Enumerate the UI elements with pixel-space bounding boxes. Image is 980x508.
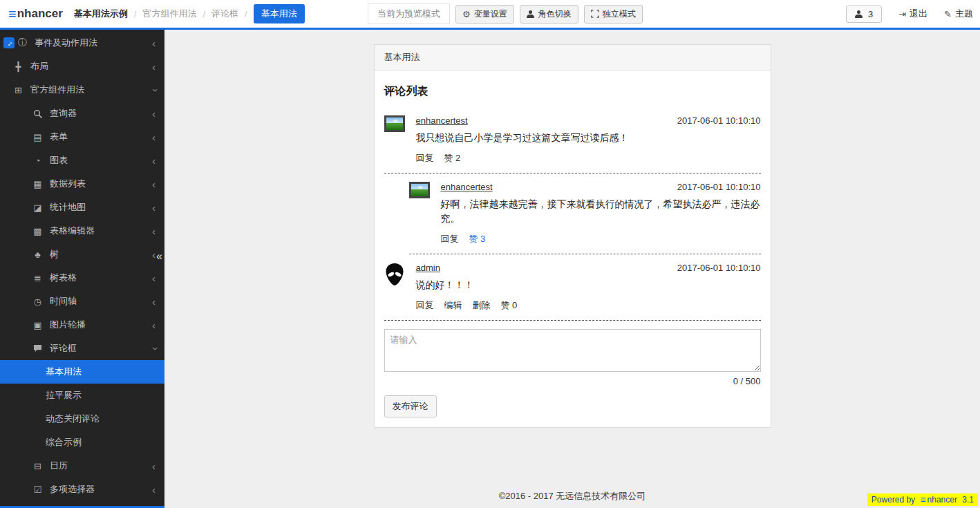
chevron-left-icon: ‹ bbox=[152, 62, 156, 72]
like-link[interactable]: 赞 3 bbox=[469, 233, 486, 245]
sidebar-item-label: 评论框 bbox=[50, 342, 77, 355]
breadcrumb-active-tab[interactable]: 基本用法 bbox=[254, 4, 305, 23]
tree-icon: ♣ bbox=[32, 250, 44, 260]
comment-text: 我只想说自己小学是学习过这篇文章写过读后感！ bbox=[416, 131, 761, 146]
breadcrumb-item[interactable]: 官方组件用法 bbox=[142, 8, 196, 20]
theme-label: 主题 bbox=[955, 8, 973, 20]
comment-text: 好啊，法律越来越完善，接下来就看执行的情况了，希望执法必严，违法必究。 bbox=[441, 197, 761, 227]
comment-text: 说的好！！！ bbox=[416, 278, 761, 293]
chevron-left-icon: ‹ bbox=[152, 38, 156, 48]
comment-main: enhancertest 2017-06-01 10:10:10 我只想说自己小… bbox=[416, 115, 761, 164]
table-icon: ▦ bbox=[32, 179, 44, 189]
panel-body: 评论列表 enhancertest 2017-06-01 10:10:10 我只… bbox=[375, 70, 771, 427]
sidebar-item-comment-box[interactable]: 评论框 ‹ bbox=[0, 337, 164, 360]
sidebar-item-data-list[interactable]: ▦ 数据列表 ‹ bbox=[0, 172, 164, 196]
logout-icon: ⇥ bbox=[898, 10, 906, 19]
brush-icon: ✎ bbox=[944, 10, 952, 19]
app-logo[interactable]: ≡nhancer bbox=[8, 7, 63, 21]
comment-main: enhancertest 2017-06-01 10:10:10 好啊，法律越来… bbox=[441, 182, 761, 245]
carousel-icon: ▣ bbox=[32, 320, 44, 330]
panel-header: 基本用法 bbox=[375, 45, 771, 70]
variable-settings-button[interactable]: ⚙ 变量设置 bbox=[455, 5, 514, 23]
sidebar-item-label: 表单 bbox=[50, 131, 68, 143]
nested-comment-wrapper: enhancertest 2017-06-01 10:10:10 好啊，法律越来… bbox=[409, 182, 761, 254]
move-icon: ╋ bbox=[12, 62, 24, 72]
comments-title: 评论列表 bbox=[384, 84, 761, 99]
sidebar-item-tree-table[interactable]: ≣ 树表格 ‹ bbox=[0, 266, 164, 290]
sidebar-item-form[interactable]: ▤ 表单 ‹ bbox=[0, 125, 164, 149]
breadcrumb-item[interactable]: 评论框 bbox=[211, 8, 238, 20]
sidebar-item-carousel[interactable]: ▣ 图片轮播 ‹ bbox=[0, 313, 164, 337]
role-switch-button[interactable]: 角色切换 bbox=[520, 5, 578, 23]
chevron-left-icon: ‹ bbox=[152, 485, 156, 495]
chevron-left-icon: ‹ bbox=[152, 179, 156, 189]
like-link[interactable]: 赞 0 bbox=[501, 299, 518, 312]
form-icon: ▤ bbox=[32, 132, 44, 142]
sidebar-item-stat-map[interactable]: ◪ 统计地图 ‹ bbox=[0, 196, 164, 219]
standalone-mode-label: 独立模式 bbox=[603, 8, 636, 20]
sidebar-item-tree[interactable]: ♣ 树 ‹ bbox=[0, 243, 164, 266]
avatar bbox=[384, 115, 408, 164]
sidebar-item-comprehensive-example[interactable]: 综合示例 bbox=[0, 431, 164, 454]
like-link[interactable]: 赞 2 bbox=[444, 152, 461, 164]
sidebar-item-label: 综合示例 bbox=[46, 436, 82, 449]
comment-input[interactable] bbox=[384, 329, 761, 372]
sidebar-item-events-actions[interactable]: ↔ ⓘ 事件及动作用法 ‹ bbox=[0, 31, 164, 55]
chevron-left-icon: ‹ bbox=[152, 156, 156, 166]
tree-table-icon: ≣ bbox=[32, 273, 44, 283]
sidebar-item-timeline[interactable]: ◷ 时间轴 ‹ bbox=[0, 290, 164, 313]
theme-link[interactable]: ✎ 主题 bbox=[944, 8, 973, 20]
sidebar-item-grid-editor[interactable]: ▩ 表格编辑器 ‹ bbox=[0, 219, 164, 243]
breadcrumb-root[interactable]: 基本用法示例 bbox=[74, 8, 128, 20]
comment-username-link[interactable]: enhancertest bbox=[416, 115, 468, 126]
powered-by-text: Powered by bbox=[871, 495, 915, 505]
sidebar-item-label: 多项选择器 bbox=[50, 483, 95, 496]
dashed-divider bbox=[384, 173, 761, 173]
comment-header: enhancertest 2017-06-01 10:10:10 bbox=[441, 182, 761, 192]
sidebar-item-calendar[interactable]: ⊟ 日历 ‹ bbox=[0, 454, 164, 478]
pie-chart-icon: ◔ bbox=[32, 156, 44, 166]
sidebar-item-dynamic-close-comment[interactable]: 动态关闭评论 bbox=[0, 407, 164, 431]
reply-link[interactable]: 回复 bbox=[416, 152, 434, 164]
chevron-left-icon: ‹ bbox=[152, 203, 156, 213]
online-users-button[interactable]: 3 bbox=[846, 6, 882, 23]
comment-actions: 回复 编辑 删除 赞 0 bbox=[416, 299, 761, 312]
info-circle-icon: ⓘ bbox=[17, 37, 28, 49]
powered-by-badge[interactable]: Powered by ≡nhancer 3.1 bbox=[867, 493, 978, 506]
sidebar-item-label: 统计地图 bbox=[50, 201, 86, 214]
chevron-down-icon: ‹ bbox=[149, 88, 159, 92]
footer-copyright: ©2016 - 2017 无远信息技术有限公司 bbox=[164, 490, 980, 502]
demo-panel: 基本用法 评论列表 enhancertest 2017-06-01 10:10:… bbox=[374, 44, 771, 428]
comment-actions: 回复 赞 2 bbox=[416, 152, 761, 164]
comment-username-link[interactable]: admin bbox=[416, 263, 440, 273]
sidebar-item-label: 时间轴 bbox=[50, 295, 77, 308]
comment-timestamp: 2017-06-01 10:10:10 bbox=[677, 115, 761, 126]
comment-item: enhancertest 2017-06-01 10:10:10 我只想说自己小… bbox=[384, 115, 761, 164]
sidebar-item-query[interactable]: 查询器 ‹ bbox=[0, 102, 164, 125]
landscape-avatar-image bbox=[384, 115, 405, 132]
sidebar-item-chart[interactable]: ◔ 图表 ‹ bbox=[0, 149, 164, 172]
sidebar-collapse-toggle[interactable]: « bbox=[156, 250, 162, 263]
sidebar-item-flat-display[interactable]: 拉平展示 bbox=[0, 384, 164, 407]
variable-settings-label: 变量设置 bbox=[474, 8, 507, 20]
sidebar-item-multi-selector[interactable]: ☑ 多项选择器 ‹ bbox=[0, 478, 164, 501]
delete-link[interactable]: 删除 bbox=[473, 299, 491, 312]
comment-username-link[interactable]: enhancertest bbox=[441, 182, 493, 192]
sidebar-item-official-components[interactable]: ⊞ 官方组件用法 ‹ bbox=[0, 78, 164, 102]
chevron-left-icon: ‹ bbox=[152, 250, 156, 260]
comment-item: admin 2017-06-01 10:10:10 说的好！！！ 回复 编辑 删… bbox=[384, 263, 761, 312]
publish-comment-button[interactable]: 发布评论 bbox=[384, 395, 437, 417]
main-content: 基本用法 评论列表 enhancertest 2017-06-01 10:10:… bbox=[164, 30, 980, 508]
logout-link[interactable]: ⇥ 退出 bbox=[898, 8, 927, 20]
sidebar-item-layout[interactable]: ╋ 布局 ‹ bbox=[0, 55, 164, 78]
expand-arrows-icon[interactable]: ↔ bbox=[3, 37, 15, 48]
reply-link[interactable]: 回复 bbox=[441, 233, 459, 245]
multi-select-icon: ☑ bbox=[32, 485, 44, 495]
standalone-mode-button[interactable]: 独立模式 bbox=[584, 5, 643, 23]
sidebar-item-basic-usage[interactable]: 基本用法 bbox=[0, 360, 164, 384]
avatar bbox=[409, 182, 433, 245]
logo-text: nhancer bbox=[17, 7, 63, 21]
reply-link[interactable]: 回复 bbox=[416, 299, 434, 312]
landscape-avatar-image bbox=[409, 182, 430, 198]
edit-link[interactable]: 编辑 bbox=[444, 299, 462, 312]
